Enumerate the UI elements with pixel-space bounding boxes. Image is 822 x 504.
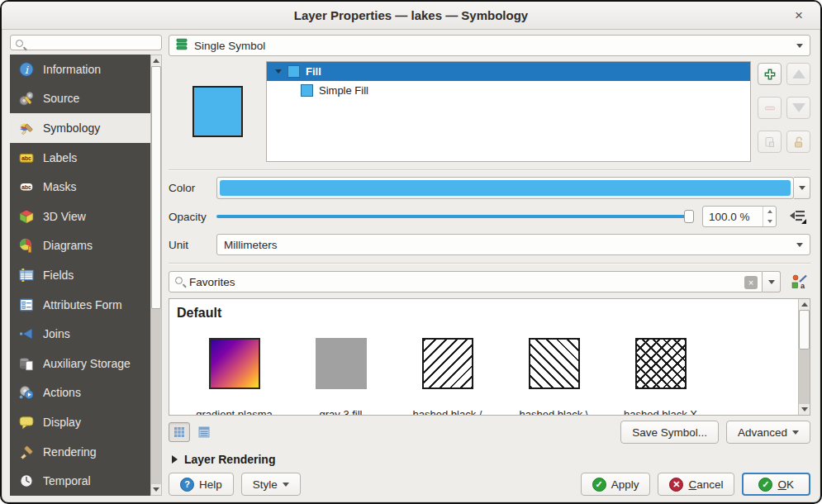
scroll-up-icon[interactable] [799,299,810,310]
move-down-button[interactable] [786,97,810,119]
separator [169,169,810,171]
scroll-down-icon[interactable] [151,484,161,495]
ok-button[interactable]: ✓OK [742,473,810,496]
unlock-icon [792,136,805,149]
separator [169,263,810,264]
save-symbol-button[interactable]: Save Symbol... [620,421,719,444]
color-button[interactable] [216,177,794,199]
symbol-list-scrollbar[interactable] [798,299,810,415]
sidebar-item-label: Actions [43,386,81,399]
sidebar-search[interactable] [10,35,162,50]
remove-symbol-layer-button[interactable] [758,97,782,119]
clear-search-icon[interactable]: × [744,276,758,289]
unit-select[interactable]: Millimeters [216,234,810,255]
lock-colors-button[interactable] [786,131,810,153]
fill-swatch [287,65,300,78]
sidebar-item-temporal[interactable]: Temporal [10,466,150,496]
symbol-label: gradient plasma [196,408,273,415]
sidebar-item-source[interactable]: Source [10,84,150,114]
sidebar-search-input[interactable] [29,36,159,53]
list-view-button[interactable] [193,422,215,442]
move-up-button[interactable] [786,63,810,85]
dialog-body: i Information Source Symbology abc Label… [2,31,820,502]
sidebar-item-label: Rendering [43,445,97,459]
symbol-thumbnail [635,338,687,389]
sidebar-item-symbology[interactable]: Symbology [10,113,150,143]
layer-rendering-group[interactable]: Layer Rendering [169,453,810,466]
opacity-slider[interactable] [216,209,694,224]
svg-text:abc: abc [21,155,31,161]
chevron-down-icon [799,186,805,190]
opacity-slider-handle[interactable] [684,210,694,223]
opacity-spinbox[interactable]: 100.0 % [702,206,777,227]
close-icon[interactable]: × [789,6,809,26]
expand-caret-icon[interactable] [275,69,282,74]
labels-icon: abc [18,150,34,165]
sidebar-item-label: Fields [43,269,74,282]
tree-row-label: Fill [306,65,321,78]
renderer-select[interactable]: Single Symbol [169,35,810,56]
sidebar-item-display[interactable]: Display [10,407,150,437]
single-symbol-icon [176,38,188,53]
diagrams-icon [18,238,34,254]
sidebar-item-actions[interactable]: Actions [10,378,150,408]
tree-row-fill[interactable]: Fill [267,62,750,81]
chevron-down-icon [796,243,803,247]
check-icon: ✓ [592,478,606,492]
sidebar-item-attributes-form[interactable]: Attributes Form [10,290,150,320]
help-button[interactable]: ?Help [169,473,234,496]
duplicate-symbol-layer-button[interactable] [758,131,782,153]
symbol-card-gradient-plasma[interactable]: gradient plasma [181,338,287,415]
sidebar: i Information Source Symbology abc Label… [2,31,164,502]
sidebar-item-label: Labels [43,151,77,164]
sidebar-item-rendering[interactable]: Rendering [10,437,150,467]
icon-view-button[interactable] [169,422,190,442]
search-icon [16,40,23,47]
apply-button[interactable]: ✓Apply [581,473,651,496]
scrollbar-thumb[interactable] [151,66,161,308]
chevron-down-icon [283,483,289,487]
symbol-thumbnail [316,338,367,389]
titlebar[interactable]: Layer Properties — lakes — Symbology × [2,2,820,30]
symbol-card-hashed-black-x[interactable]: hashed black X [607,338,714,415]
symbol-preview [192,86,243,137]
sidebar-scrollbar[interactable] [150,55,162,496]
chevron-down-icon [768,280,775,284]
symbol-card-gray-3-fill[interactable]: gray 3 fill [287,338,394,415]
symbol-card-hashed-black-back[interactable]: hashed black \ [501,338,607,415]
sidebar-item-masks[interactable]: abc Masks [10,172,150,202]
symbol-cards: gradient plasma gray 3 fill hashed black… [169,326,798,415]
opacity-value: 100.0 % [703,211,763,223]
style-button[interactable]: Style [241,473,301,496]
advanced-button[interactable]: Advanced [726,421,810,444]
sidebar-item-auxiliary-storage[interactable]: Auxiliary Storage [10,349,150,378]
layer-rendering-label: Layer Rendering [184,453,275,466]
opacity-label: Opacity [169,211,216,223]
style-manager-button[interactable]: a [787,271,810,292]
symbol-card-hashed-black-forward[interactable]: hashed black / [394,338,501,415]
collapsed-arrow-icon[interactable] [172,455,178,464]
symbol-search-field[interactable]: × [169,271,763,292]
scrollbar-thumb[interactable] [799,310,810,349]
sidebar-item-information[interactable]: i Information [10,55,150,84]
search-filter-dropdown-button[interactable] [763,271,781,292]
cancel-button[interactable]: ✕Cancel [658,473,734,496]
sidebar-item-3d-view[interactable]: 3D View [10,202,150,231]
sidebar-item-label: Temporal [43,474,91,487]
symbol-search-input[interactable] [189,273,739,291]
data-defined-override-button[interactable] [786,206,810,227]
scroll-up-icon[interactable] [151,55,161,66]
sidebar-item-labels[interactable]: abc Labels [10,143,150,173]
color-dropdown-button[interactable] [794,177,810,199]
scroll-down-icon[interactable] [799,404,810,415]
spin-down-icon[interactable] [763,216,776,226]
sidebar-item-fields[interactable]: Fields [10,260,150,290]
actions-icon [18,385,34,401]
sidebar-item-joins[interactable]: Joins [10,319,150,349]
sidebar-item-label: Information [43,63,101,76]
tree-row-simple-fill[interactable]: Simple Fill [267,81,750,100]
spin-up-icon[interactable] [763,207,776,216]
add-symbol-layer-button[interactable] [758,63,782,85]
symbol-layer-tree[interactable]: Fill Simple Fill [266,61,751,162]
sidebar-item-diagrams[interactable]: Diagrams [10,231,150,261]
